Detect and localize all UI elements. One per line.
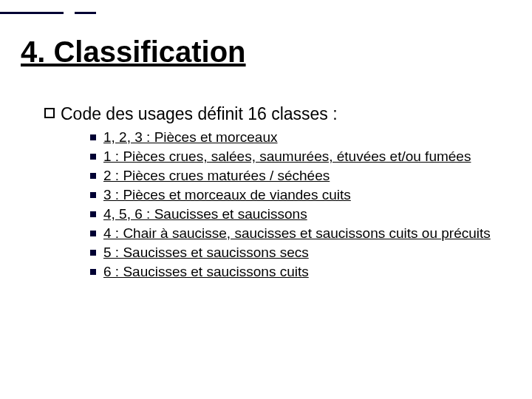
filled-square-icon: [90, 192, 96, 198]
hollow-square-icon: [44, 108, 55, 118]
filled-square-icon: [90, 211, 96, 217]
list-item-text: 1 : Pièces crues, salées, saumurées, étu…: [103, 148, 471, 166]
list-item-text: 2 : Pièces crues maturées / séchées: [103, 167, 330, 185]
slide-title: 4. Classification: [21, 35, 246, 69]
filled-square-icon: [90, 269, 96, 275]
list-item-text: 1, 2, 3 : Pièces et morceaux: [103, 129, 278, 146]
list-item-text: 6 : Saucisses et saucissons cuits: [103, 263, 309, 281]
slide-body: Code des usages définit 16 classes : 1, …: [44, 103, 510, 282]
level2-list: 1, 2, 3 : Pièces et morceaux 1 : Pièces …: [90, 129, 510, 281]
filled-square-icon: [90, 231, 96, 236]
list-item-text: 4, 5, 6 : Saucisses et saucissons: [103, 205, 307, 223]
list-item: 4 : Chair à saucisse, saucisses et sauci…: [90, 225, 510, 242]
list-item-text: 3 : Pièces et morceaux de viandes cuits: [103, 186, 351, 204]
list-item: 1, 2, 3 : Pièces et morceaux: [90, 129, 510, 146]
filled-square-icon: [90, 250, 96, 256]
list-item: 3 : Pièces et morceaux de viandes cuits: [90, 186, 510, 204]
slide: 4. Classification Code des usages défini…: [0, 0, 532, 399]
list-item: 5 : Saucisses et saucissons secs: [90, 244, 510, 262]
list-item: 2 : Pièces crues maturées / séchées: [90, 167, 510, 185]
top-accent-line: [0, 12, 532, 14]
list-item: 6 : Saucisses et saucissons cuits: [90, 263, 510, 281]
list-item: 1 : Pièces crues, salées, saumurées, étu…: [90, 148, 510, 166]
list-item-text: 4 : Chair à saucisse, saucisses et sauci…: [103, 225, 491, 242]
level1-text: Code des usages définit 16 classes :: [61, 103, 338, 124]
list-item-text: 5 : Saucisses et saucissons secs: [103, 244, 309, 262]
filled-square-icon: [90, 134, 96, 140]
level1-item: Code des usages définit 16 classes :: [44, 103, 510, 124]
filled-square-icon: [90, 154, 96, 160]
filled-square-icon: [90, 173, 96, 179]
list-item: 4, 5, 6 : Saucisses et saucissons: [90, 205, 510, 223]
